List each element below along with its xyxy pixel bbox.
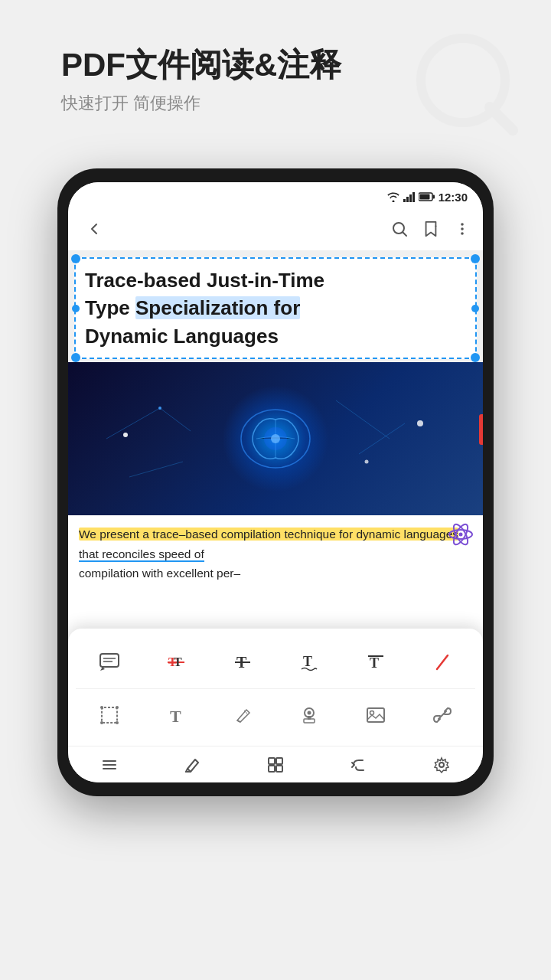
link-tool[interactable]: [422, 697, 462, 733]
svg-line-19: [336, 400, 390, 439]
svg-point-46: [116, 706, 119, 709]
handle-tl[interactable]: [71, 254, 80, 263]
svg-line-16: [160, 408, 191, 431]
battery-icon: [419, 192, 435, 201]
svg-rect-66: [269, 766, 275, 772]
svg-line-10: [403, 233, 407, 237]
handle-mr[interactable]: [471, 305, 479, 312]
svg-text:T: T: [370, 655, 379, 671]
svg-marker-43: [449, 654, 452, 657]
svg-rect-31: [100, 654, 119, 667]
svg-text:T: T: [170, 707, 181, 725]
svg-point-22: [365, 460, 369, 464]
svg-rect-67: [276, 766, 282, 772]
svg-line-18: [129, 462, 183, 477]
toolbar-row-1: T T T T: [76, 639, 475, 685]
svg-line-42: [437, 655, 448, 669]
image-tool[interactable]: [356, 697, 396, 733]
svg-point-30: [459, 533, 463, 537]
status-icons: 12:30: [386, 191, 468, 204]
svg-point-14: [461, 232, 464, 235]
svg-line-17: [359, 423, 405, 454]
svg-rect-4: [409, 194, 412, 202]
nav-edit[interactable]: [174, 750, 212, 780]
toolbar-row-2: T: [76, 688, 475, 738]
header-title: PDF文件阅读&注释: [61, 46, 341, 84]
svg-point-12: [461, 223, 464, 226]
svg-rect-64: [269, 758, 275, 764]
svg-point-26: [271, 434, 280, 443]
app-header: PDF文件阅读&注释 快速打开 简便操作: [61, 46, 341, 115]
pdf-body: We present a trace–based compilation tec…: [68, 515, 483, 591]
svg-rect-7: [419, 194, 429, 200]
svg-rect-5: [412, 192, 415, 202]
annotation-toolbar: T T T T: [68, 629, 483, 746]
back-button[interactable]: [80, 218, 108, 244]
svg-text:T: T: [174, 655, 182, 668]
svg-line-15: [106, 408, 160, 439]
atom-icon: [448, 521, 474, 553]
undo-icon: [350, 756, 367, 773]
highlighter-tool[interactable]: [223, 697, 262, 733]
select-tool[interactable]: [90, 697, 129, 733]
underline-tool[interactable]: T: [289, 644, 329, 681]
nav-back[interactable]: [339, 750, 377, 780]
phone-screen: 12:30: [68, 182, 483, 782]
svg-point-47: [100, 721, 103, 724]
status-time: 12:30: [439, 191, 468, 204]
svg-rect-55: [308, 716, 311, 720]
svg-point-45: [100, 706, 103, 709]
svg-point-13: [461, 227, 464, 230]
strikethrough-red-tool[interactable]: T T: [156, 644, 196, 681]
signal-icon: [403, 191, 416, 202]
overline-tool[interactable]: T: [356, 644, 396, 681]
search-icon[interactable]: [391, 220, 408, 241]
svg-rect-65: [276, 758, 282, 764]
svg-rect-44: [102, 707, 117, 723]
svg-point-68: [439, 763, 444, 767]
handle-ml[interactable]: [72, 305, 80, 312]
brain-svg: [233, 400, 318, 477]
wifi-icon: [386, 191, 400, 202]
nav-bar: [68, 211, 483, 251]
svg-line-1: [490, 107, 513, 130]
nav-icons: [391, 220, 471, 241]
text-tool[interactable]: T: [156, 697, 196, 733]
settings-icon: [433, 756, 450, 773]
svg-text:T: T: [303, 654, 312, 669]
nav-settings[interactable]: [422, 750, 461, 780]
edit-icon: [184, 756, 201, 773]
strikethrough-tool[interactable]: T: [223, 644, 262, 681]
svg-point-20: [123, 433, 128, 437]
stamp-tool[interactable]: [289, 697, 329, 733]
svg-rect-2: [403, 199, 406, 202]
nav-list[interactable]: [90, 750, 129, 780]
bottom-nav: [68, 746, 483, 782]
svg-point-48: [116, 721, 119, 724]
title-selection-box: Trace-based Just-in-Time Type Specializa…: [74, 257, 477, 359]
nav-grid[interactable]: [256, 750, 295, 780]
pdf-title: Trace-based Just-in-Time Type Specializa…: [85, 266, 466, 350]
comment-tool[interactable]: [90, 644, 129, 681]
svg-rect-56: [367, 708, 384, 722]
background-logo: [406, 23, 528, 145]
scroll-indicator: [479, 414, 483, 445]
svg-point-53: [307, 711, 311, 715]
svg-point-57: [370, 711, 373, 715]
grid-icon: [267, 756, 284, 773]
bookmark-icon[interactable]: [423, 220, 439, 241]
svg-point-21: [417, 420, 423, 426]
svg-point-23: [158, 407, 161, 410]
more-icon[interactable]: [454, 220, 471, 241]
handle-br[interactable]: [471, 353, 480, 362]
svg-rect-3: [406, 197, 409, 202]
handle-bl[interactable]: [71, 353, 80, 362]
body-text: We present a trace–based compilation tec…: [79, 524, 472, 583]
phone-mockup: 12:30: [57, 168, 494, 796]
brain-image: [68, 362, 483, 515]
handle-tr[interactable]: [471, 254, 480, 263]
status-bar: 12:30: [68, 182, 483, 211]
pen-tool[interactable]: [422, 644, 462, 681]
header-subtitle: 快速打开 简便操作: [61, 92, 341, 115]
svg-line-50: [237, 720, 240, 722]
